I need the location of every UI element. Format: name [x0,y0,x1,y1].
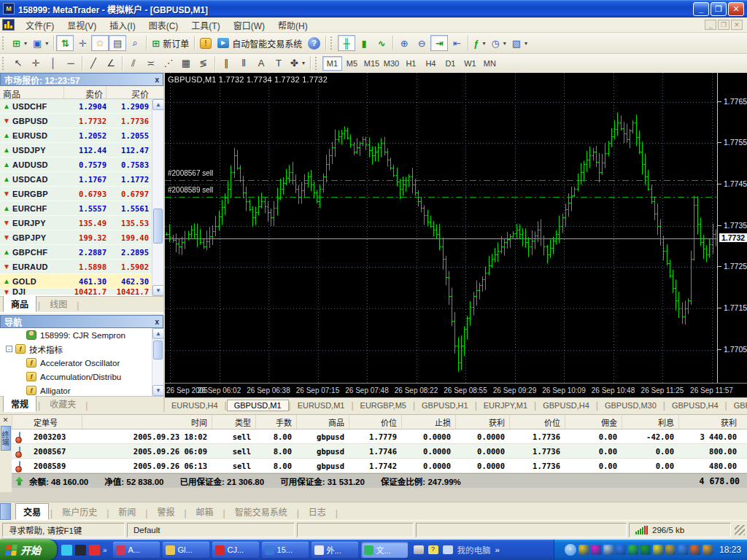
column-bid[interactable]: 卖价 [64,86,107,98]
chart-tab-4[interactable]: GBPUSD,H1 [415,400,475,411]
price-axis[interactable]: 1.77651.77551.77451.77351.77251.77151.77… [717,73,747,383]
navigator-button[interactable]: ✩ [91,35,109,51]
column-header-1[interactable]: 时间 [82,415,212,429]
toolbar-grip[interactable] [2,36,7,50]
navigator-titlebar[interactable]: 导航 x [0,315,163,328]
tray-icon[interactable] [690,545,700,555]
navigator-item[interactable]: 158999: CJR Sempron [0,328,152,342]
scrollbar-thumb[interactable] [153,209,163,244]
market-row[interactable]: ▼EURGBP0.67930.6797 [0,187,152,201]
indicators-button[interactable]: ƒ▾ [471,35,488,51]
text-button[interactable]: A [252,55,270,71]
menu-item-4[interactable]: 工具(T) [185,18,226,33]
terminal-close-icon[interactable]: ✕ [1,416,10,425]
time-axis[interactable]: 26 Sep 200526 Sep 06:0226 Sep 06:3826 Se… [165,383,747,397]
column-header-7[interactable]: 获利 [455,415,509,429]
scroll-up-icon[interactable]: ▲ [152,328,163,339]
tray-icon[interactable] [603,545,614,555]
menu-item-0[interactable]: 文件(F) [19,18,61,33]
period-h1-button[interactable]: H1 [401,56,421,71]
market-watch-tab-0[interactable]: 商品 [3,295,36,312]
scrollbar-thumb[interactable] [153,341,163,359]
tray-icon[interactable] [703,545,713,555]
line-chart-button[interactable]: ∿ [373,35,390,51]
menu-item-2[interactable]: 插入(I) [103,18,142,33]
quick-launch-icon[interactable] [89,545,100,556]
market-watch-close-icon[interactable]: x [155,76,159,84]
period-d1-button[interactable]: D1 [441,56,460,71]
quick-launch-icon[interactable] [75,545,86,556]
trend-angle-button[interactable]: ∠ [102,55,120,71]
column-header-5[interactable]: 价位 [349,415,401,429]
order-row[interactable]: 20085672005.09.26 06:09sell8.00gbpusd1.7… [12,444,747,459]
dropdown-arrow-icon[interactable]: ▾ [503,40,506,47]
terminal-tab-0[interactable]: 交易 [15,503,49,520]
periods-button[interactable]: ◷▾ [488,35,508,51]
column-symbol[interactable]: 商品 [0,86,64,98]
auto-scroll-button[interactable]: ⇥ [430,35,448,51]
keyboard-icon[interactable] [414,545,424,554]
chart-shift-button[interactable]: ⇤ [448,35,465,51]
chart-tab-7[interactable]: GBPUSD,M30 [598,400,663,411]
chart-tab-5[interactable]: EURJPY,M1 [477,400,534,411]
mdi-minimize-button[interactable]: _ [705,20,716,30]
period-m30-button[interactable]: M30 [382,56,401,71]
terminal-tab-2[interactable]: 新闻 [110,503,144,520]
tray-collapse-icon[interactable]: ‹ [565,544,576,556]
terminal-tab-5[interactable]: 智能交易系统 [227,503,295,520]
navigator-item[interactable]: fAccelerator Oscillator [0,356,152,370]
minimize-button[interactable]: _ [693,2,709,16]
terminal-tab-6[interactable]: 日志 [301,503,334,520]
show-desktop-icon[interactable] [443,545,453,554]
help-button[interactable]: ? [305,35,323,51]
zoom-in-button[interactable]: ⊕ [395,35,413,51]
task-button-3[interactable]: 15... [262,542,309,558]
new-order-button[interactable]: ⊞新订单 [149,35,192,51]
restore-button[interactable]: ❐ [711,2,727,16]
vertical-line-button[interactable]: │ [44,55,62,71]
candlestick-chart-button[interactable]: ▮ [355,35,373,51]
std-dev-channel-button[interactable]: ≍ [142,55,160,71]
tray-icon[interactable] [616,545,626,555]
navigator-item[interactable]: -f技术指标 [0,342,152,356]
strategy-tester-button[interactable]: ⌕ [126,35,144,51]
tray-icon[interactable] [678,545,688,555]
zoom-out-button[interactable]: ⊖ [413,35,430,51]
market-row[interactable]: ▲GOLD461.30462.30 [0,274,152,289]
tray-icon[interactable] [640,545,651,555]
column-header-11[interactable]: 获利 [678,415,741,429]
menu-item-5[interactable]: 窗口(W) [227,18,271,33]
tree-expander-icon[interactable]: - [6,346,12,352]
bar-chart-button[interactable]: ╫ [338,35,355,51]
chart-tab-3[interactable]: EURGBP,M5 [354,400,413,411]
task-button-5[interactable]: 文... [361,542,408,558]
chart-tab-9[interactable]: GBPUS [727,400,747,411]
terminal-tab-4[interactable]: 邮箱 [188,503,222,520]
trendline-button[interactable]: ╱ [85,55,102,71]
market-row[interactable]: ▼GBPJPY199.32199.40 [0,230,152,245]
menu-item-3[interactable]: 图表(C) [142,18,185,33]
column-header-8[interactable]: 价位 [509,415,565,429]
period-m5-button[interactable]: M5 [342,56,362,71]
market-watch-scrollbar[interactable]: ▲ ▼ [152,99,163,296]
horizontal-line-button[interactable]: ─ [62,55,80,71]
parallel-lines-button[interactable]: ∥ [217,55,235,71]
important-button[interactable]: ! [197,35,214,51]
resize-grip[interactable] [735,525,745,535]
column-header-10[interactable]: 利息 [622,415,678,429]
tray-icon[interactable] [591,545,601,555]
terminal-tab-grip[interactable] [0,503,11,520]
market-row[interactable]: ▲EURCHF1.55571.5561 [0,201,152,216]
arrows-button[interactable]: ✤▾ [287,55,308,71]
column-header-3[interactable]: 手数 [255,415,296,429]
fibo-grid-button[interactable]: ▦ [177,55,195,71]
task-button-0[interactable]: A... [113,542,160,558]
market-row[interactable]: ▲AUDUSD0.75790.7583 [0,158,152,172]
market-row[interactable]: ▲USDCAD1.17671.1772 [0,172,152,187]
fibo-fan-button[interactable]: ⋰ [160,55,177,71]
chart-tab-2[interactable]: EURUSD,M1 [291,400,352,411]
quick-launch-icon[interactable] [61,545,72,556]
scroll-down-icon[interactable]: ▼ [152,385,163,396]
market-watch-tab-1[interactable]: 线图 [42,295,75,312]
terminal-tab-1[interactable]: 账户历史 [54,503,105,520]
